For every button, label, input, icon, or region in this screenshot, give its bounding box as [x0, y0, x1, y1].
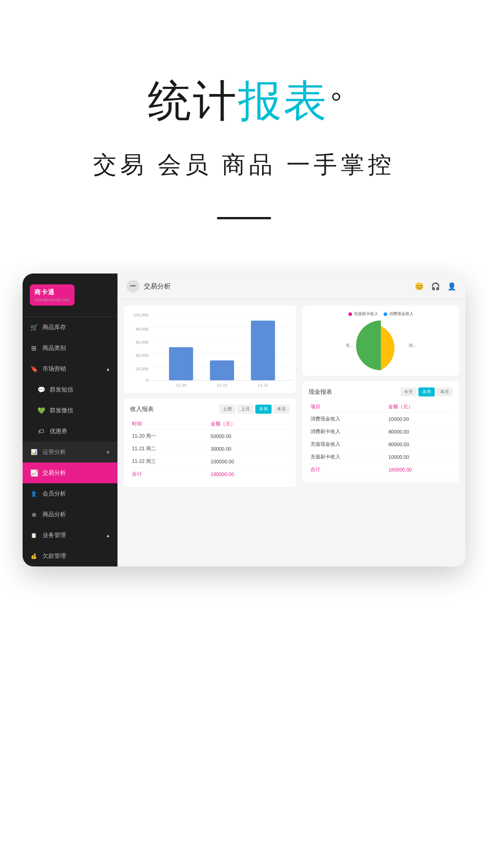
- income-total-label: 合计: [130, 468, 209, 481]
- sidebar-item-marketing[interactable]: 🔖 市场营销: [23, 359, 117, 379]
- sidebar-label-goods-analysis: 商品分析: [42, 510, 66, 519]
- sidebar-label-goods-category: 商品类别: [42, 344, 66, 352]
- sidebar-label-member-analysis: 会员分析: [42, 490, 66, 498]
- sidebar-menu: 🛒 商品库存 ⊞ 商品类别 🔖 市场营销 💬 群发短信 💚: [23, 317, 117, 566]
- bar-chart-svg: 100,000 80,000 60,000 40,000 20,000 0: [126, 309, 294, 387]
- cash-total-label: 合计: [309, 463, 386, 476]
- cash-title: 现金报表: [309, 388, 332, 396]
- sidebar-label-coupon: 优惠券: [50, 427, 67, 435]
- marketing-arrow-icon: [106, 367, 110, 372]
- pie-label-right: 消...: [408, 343, 416, 349]
- cash-table-card: 现金报表 今天 本周 本月 项目 金额（元）: [302, 381, 459, 482]
- income-col-date: 时间: [130, 418, 209, 430]
- income-amount-1: 50000.00: [209, 430, 290, 443]
- right-panel: 充值刷卡收入 消费现金收入 充...: [302, 306, 459, 560]
- dashboard-container: 商卡通 shangkatong.com 🛒 商品库存 ⊞ 商品类别 🔖 市场营销: [23, 274, 465, 566]
- tab-this-week[interactable]: 本周: [255, 405, 272, 414]
- coupon-icon: 🏷: [37, 427, 45, 435]
- cash-col-amount: 金额（元）: [386, 401, 453, 413]
- pie-chart-svg: [356, 321, 406, 370]
- topbar-left: ••• 交易分析: [127, 280, 171, 292]
- svg-text:0: 0: [146, 378, 148, 382]
- income-date-1: 11-20 周一: [130, 430, 209, 443]
- sidebar-label-trade-analysis: 交易分析: [42, 469, 66, 477]
- svg-text:11-20: 11-20: [176, 383, 187, 387]
- cash-tab-group: 今天 本周 本月: [400, 387, 453, 396]
- logo-box: 商卡通 shangkatong.com: [30, 284, 75, 306]
- income-title: 收入报表: [130, 405, 154, 413]
- svg-text:60,000: 60,000: [136, 340, 149, 344]
- ops-arrow-icon: [106, 450, 110, 455]
- page-title: 交易分析: [144, 282, 171, 291]
- income-table: 时间 金额（元） 11-20 周一 50000.00 11-: [130, 418, 290, 481]
- cash-row-4: 充值刷卡收入 10000.00: [309, 451, 453, 463]
- wechat-icon: 💚: [37, 406, 45, 415]
- hero-title-part2: 报表: [238, 76, 328, 125]
- legend-item-2: 消费现金收入: [384, 311, 413, 317]
- income-header: 收入报表 上周 上月 本周 本月: [130, 405, 290, 414]
- sidebar: 商卡通 shangkatong.com 🛒 商品库存 ⊞ 商品类别 🔖 市场营销: [23, 274, 117, 566]
- sidebar-item-sms[interactable]: 💬 群发短信: [23, 379, 117, 400]
- menu-dots[interactable]: •••: [127, 280, 139, 292]
- hero-section: 统计报表 交易 会员 商品 一手掌控: [0, 0, 488, 219]
- sidebar-item-coupon[interactable]: 🏷 优惠券: [23, 421, 117, 442]
- legend-label-2: 消费现金收入: [389, 311, 413, 317]
- cash-item-2: 消费刷卡收入: [309, 425, 386, 438]
- sidebar-item-biz-manage[interactable]: 📋 业务管理: [23, 525, 117, 546]
- cart-icon: 🛒: [30, 323, 38, 331]
- income-row-3: 11-22 周三 100000.00: [130, 455, 290, 468]
- sidebar-item-goods-analysis[interactable]: ⊕ 商品分析: [23, 504, 117, 525]
- sidebar-item-trade-analysis[interactable]: 📈 交易分析: [23, 462, 117, 483]
- chart-icon: 📊: [30, 448, 38, 456]
- cash-header: 现金报表 今天 本周 本月: [309, 387, 453, 396]
- sidebar-logo: 商卡通 shangkatong.com: [23, 274, 117, 317]
- tab-cash-this-month[interactable]: 本月: [436, 387, 453, 396]
- income-row-1: 11-20 周一 50000.00: [130, 430, 290, 443]
- tab-last-month[interactable]: 上月: [237, 405, 253, 414]
- sidebar-label-wechat: 群发微信: [50, 406, 73, 415]
- logo-en: shangkatong.com: [34, 297, 70, 302]
- cash-amount-2: 80000.00: [386, 425, 453, 438]
- bar-1120: [169, 347, 193, 380]
- grid-icon: ⊞: [30, 344, 38, 352]
- cash-total-row: 合计 180000.00: [309, 463, 453, 476]
- user-icon[interactable]: 👤: [447, 282, 456, 291]
- svg-text:11-21: 11-21: [216, 383, 227, 387]
- sidebar-item-member-analysis[interactable]: 👤 会员分析: [23, 483, 117, 504]
- cash-total-value: 180000.00: [386, 463, 453, 476]
- income-date-3: 11-22 周三: [130, 455, 209, 468]
- cash-amount-4: 10000.00: [386, 451, 453, 463]
- sidebar-item-ops-analysis[interactable]: 📊 运营分析: [23, 442, 117, 462]
- income-amount-2: 30000.00: [209, 443, 290, 455]
- tab-last-week[interactable]: 上周: [219, 405, 235, 414]
- sidebar-item-wechat[interactable]: 💚 群发微信: [23, 400, 117, 421]
- tab-this-month[interactable]: 本月: [273, 405, 290, 414]
- svg-text:80,000: 80,000: [136, 327, 149, 331]
- sidebar-item-goods-stock[interactable]: 🛒 商品库存: [23, 317, 117, 338]
- bar-chart-card: 100,000 80,000 60,000 40,000 20,000 0: [124, 306, 296, 393]
- bar-1122: [251, 321, 275, 380]
- pie-container: 充... 消...: [308, 321, 454, 370]
- emoji-icon[interactable]: 😊: [415, 282, 424, 291]
- biz-icon: 📋: [30, 531, 38, 539]
- cash-item-3: 充值现金收入: [309, 438, 386, 451]
- legend-dot-1: [348, 312, 352, 316]
- tab-cash-this-week[interactable]: 本周: [418, 387, 435, 396]
- income-total-value: 180000.00: [209, 468, 290, 481]
- sidebar-label-goods-stock: 商品库存: [42, 323, 66, 331]
- content-area: 100,000 80,000 60,000 40,000 20,000 0: [117, 299, 465, 566]
- sidebar-label-biz-manage: 业务管理: [42, 531, 66, 539]
- member-icon: 👤: [30, 490, 38, 498]
- topbar-right: 😊 🎧 👤: [415, 282, 456, 291]
- headphone-icon[interactable]: 🎧: [431, 282, 440, 291]
- sidebar-item-debt-manage[interactable]: 💰 欠款管理: [23, 546, 117, 566]
- income-amount-3: 100000.00: [209, 455, 290, 468]
- legend-label-1: 充值刷卡收入: [354, 311, 378, 317]
- svg-text:20,000: 20,000: [136, 367, 149, 371]
- dashboard-wrapper: 商卡通 shangkatong.com 🛒 商品库存 ⊞ 商品类别 🔖 市场营销: [0, 274, 488, 603]
- sidebar-item-goods-category[interactable]: ⊞ 商品类别: [23, 338, 117, 359]
- tab-today[interactable]: 今天: [400, 387, 417, 396]
- sms-icon: 💬: [37, 386, 45, 394]
- legend-item-1: 充值刷卡收入: [348, 311, 378, 317]
- income-col-amount: 金额（元）: [209, 418, 290, 430]
